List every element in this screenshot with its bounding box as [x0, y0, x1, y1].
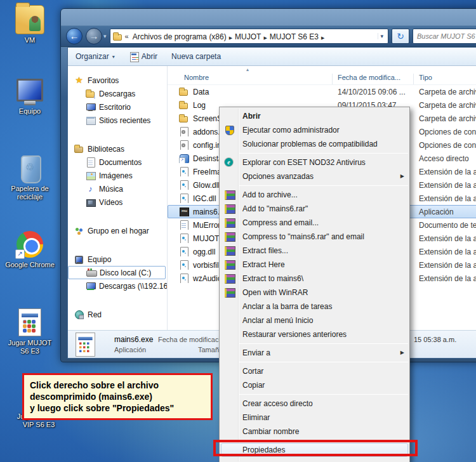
file-type-cell: Carpeta de archivos: [414, 101, 476, 110]
menu-separator: [239, 394, 408, 395]
breadcrumb-item-mujot[interactable]: MUJOT: [234, 32, 262, 42]
desktop-icon-label: Google Chrome: [5, 261, 55, 269]
menu-item-restaurar-versiones-anteriores[interactable]: Restaurar versiones anteriores: [220, 327, 409, 341]
winrar-icon: [224, 204, 234, 213]
desktop-icon-google-chrome[interactable]: Google Chrome: [5, 231, 55, 269]
menu-item-add-to-mains6-rar[interactable]: Add to "mains6.rar": [220, 202, 409, 216]
dll-icon: [179, 260, 188, 270]
menu-item-extract-files[interactable]: Extract files...: [220, 244, 409, 258]
breadcrumb-item-archivos-de-programa-x86[interactable]: Archivos de programa (x86): [131, 32, 228, 42]
dll-icon: [179, 234, 188, 243]
column-header-fecha-de-modifica[interactable]: Fecha de modifica...: [333, 74, 414, 84]
menu-item-propiedades[interactable]: Propiedades: [221, 443, 408, 457]
menu-item-anclar-a-la-barra-de-tareas[interactable]: Anclar a la barra de tareas: [220, 300, 409, 314]
context-menu: AbrirEjecutar como administradorSolucion…: [219, 107, 410, 462]
details-file-type: Aplicación: [114, 346, 146, 353]
history-dropdown-icon[interactable]: ▾: [103, 33, 107, 39]
forward-button[interactable]: →: [86, 28, 102, 44]
file-type-cell: Extensión de la aplicación: [414, 234, 476, 243]
address-dropdown-icon[interactable]: ▾: [378, 33, 385, 39]
menu-item-extract-here[interactable]: Extract Here: [220, 258, 409, 272]
file-name-label: addons.i: [193, 128, 221, 136]
sidebar-item-bibliotecas[interactable]: Bibliotecas: [68, 142, 167, 155]
menu-item-ejecutar-como-administrador[interactable]: Ejecutar como administrador: [220, 123, 409, 137]
winrar-icon: [224, 260, 234, 269]
dll-icon: [179, 167, 188, 176]
chevron-right-icon: ▶: [320, 36, 326, 40]
organize-label: Organizar: [76, 52, 109, 61]
hdd-icon: [86, 268, 96, 277]
sidebar-item-v-deos[interactable]: Vídeos: [68, 195, 167, 209]
sidebar-item-favoritos[interactable]: ★Favoritos: [68, 74, 167, 87]
menu-item-label: Crear acceso directo: [242, 399, 313, 408]
sidebar-item-grupo-en-el-hogar[interactable]: Grupo en el hogar: [68, 224, 167, 237]
menu-item-abrir[interactable]: Abrir: [220, 109, 409, 123]
menu-item-cambiar-nombre[interactable]: Cambiar nombre: [220, 425, 409, 439]
search-input[interactable]: [413, 29, 476, 44]
winrar-icon: [224, 246, 234, 255]
open-button[interactable]: Abrir: [129, 52, 157, 62]
sidebar-item-documentos[interactable]: Documentos: [68, 155, 167, 169]
menu-item-add-to-archive[interactable]: Add to archive...: [220, 188, 409, 202]
film-icon: [86, 197, 95, 207]
new-folder-button[interactable]: Nueva carpeta: [171, 52, 221, 61]
menu-item-enviar-a[interactable]: Enviar a▶: [220, 346, 409, 360]
navigation-bar: ← → ▾ « Archivos de programa (x86)▶MUJOT…: [61, 25, 476, 47]
menu-item-compress-to-mains6-rar-and-email[interactable]: Compress to "mains6.rar" and email: [220, 230, 409, 244]
menu-item-crear-acceso-directo[interactable]: Crear acceso directo: [220, 397, 409, 411]
dll-icon: [179, 194, 188, 203]
desktop-icon-papelera-de-reciclaje[interactable]: Papelera de reciclaje: [5, 154, 55, 201]
column-header-tipo[interactable]: Tipo: [414, 74, 476, 84]
menu-item-compress-and-email[interactable]: Compress and email...: [220, 216, 409, 230]
desktop-icon-vm[interactable]: VM: [5, 5, 55, 44]
window-titlebar[interactable]: [61, 9, 476, 25]
file-name-label: MuError.: [193, 221, 222, 230]
menu-item-anclar-al-men-inicio[interactable]: Anclar al menú Inicio: [220, 314, 409, 327]
menu-item-label: Copiar: [242, 381, 265, 390]
net-drive-icon: [86, 281, 95, 291]
menu-item-cortar[interactable]: Cortar: [220, 364, 409, 378]
document-icon: [86, 157, 95, 167]
menu-item-opciones-avanzadas[interactable]: Opciones avanzadas▶: [220, 169, 409, 183]
back-button[interactable]: ←: [66, 28, 83, 44]
menu-item-explorar-con-eset-nod32-antivirus[interactable]: Explorar con ESET NOD32 Antivirus: [220, 155, 409, 169]
sidebar-item-im-genes[interactable]: Imágenes: [68, 169, 167, 182]
note-line: descomprimido (mains6.exe): [30, 391, 205, 402]
menu-item-open-with-winrar[interactable]: Open with WinRAR: [220, 286, 409, 300]
desktop-icon-equipo[interactable]: Equipo: [5, 76, 55, 116]
sidebar-group-bibliotecas: BibliotecasDocumentosImágenes♪MúsicaVíde…: [68, 142, 167, 209]
menu-item-copiar[interactable]: Copiar: [220, 378, 409, 392]
file-type-cell: Extensión de la aplicación: [414, 261, 476, 270]
menu-item-label: Opciones avanzadas: [242, 172, 314, 181]
menu-item-eliminar[interactable]: Eliminar: [220, 411, 409, 425]
menu-item-label: Extract files...: [242, 246, 288, 255]
ini-icon: [179, 140, 188, 150]
sidebar-item-m-sica[interactable]: ♪Música: [68, 182, 167, 195]
refresh-button[interactable]: ↻: [392, 29, 409, 44]
file-row-data[interactable]: Data14/10/2015 09:06 ...Carpeta de archi…: [168, 85, 476, 98]
organize-button[interactable]: Organizar ▾: [76, 52, 115, 61]
menu-item-solucionar-problemas-de-compatibilidad[interactable]: Solucionar problemas de compatibilidad: [220, 137, 409, 151]
chevron-right-icon: ▶: [228, 36, 234, 40]
address-bar[interactable]: « Archivos de programa (x86)▶MUJOT▶MUJOT…: [110, 29, 388, 44]
menu-item-label: Abrir: [242, 112, 261, 121]
sidebar-item-red[interactable]: Red: [68, 308, 167, 321]
sidebar-item-equipo[interactable]: Equipo: [68, 253, 167, 266]
desktop-icon-jugar-mujot-s6-e3[interactable]: Jugar MUJOT S6 E3: [5, 308, 55, 355]
breadcrumb-item-mujot-s6-e3[interactable]: MUJOT S6 E3: [268, 32, 320, 42]
sidebar-item-descargas[interactable]: ↓Descargas: [68, 87, 167, 100]
open-label: Abrir: [142, 52, 157, 61]
folder-icon: [179, 100, 188, 110]
homegroup-icon: [74, 226, 84, 235]
menu-item-extract-to-mains6[interactable]: Extract to mains6\: [220, 272, 409, 286]
file-name-label: ogg.dll: [193, 248, 215, 256]
file-type-cell: Documento de texto: [414, 221, 476, 230]
sort-ascending-icon[interactable]: ▴: [246, 67, 249, 72]
sidebar-item-escritorio[interactable]: Escritorio: [68, 100, 167, 114]
sidebar-item-sitios-recientes[interactable]: Sitios recientes: [68, 114, 167, 127]
column-header-nombre[interactable]: Nombre: [168, 74, 333, 84]
library-icon: [74, 144, 84, 154]
breadcrumb-overflow[interactable]: «: [125, 32, 129, 40]
sidebar-item-disco-local-c[interactable]: Disco local (C:): [68, 266, 166, 279]
sidebar-item-descargas-192-168[interactable]: Descargas (\\192.168: [68, 279, 167, 293]
